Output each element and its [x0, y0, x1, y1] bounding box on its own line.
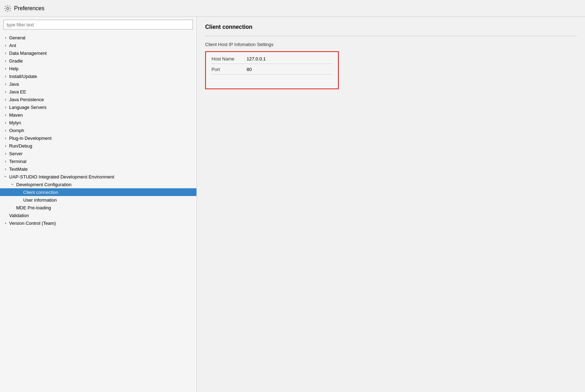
tree-container[interactable]: › General › Ant › Data Management › Grad…: [0, 32, 196, 392]
sidebar-item-run-debug[interactable]: › Run/Debug: [0, 142, 196, 150]
sidebar-item-dev-config[interactable]: › Development Configuration: [0, 181, 196, 188]
sidebar-item-validation[interactable]: Validation: [0, 211, 196, 219]
port-label: Port: [212, 67, 247, 72]
sidebar-item-language-servers[interactable]: › Language Servers: [0, 103, 196, 111]
spacer-icon: [10, 205, 15, 210]
sidebar-item-label: Server: [8, 151, 196, 156]
sidebar-item-label: Ant: [8, 43, 196, 48]
sidebar: › General › Ant › Data Management › Grad…: [0, 17, 197, 392]
chevron-icon: ›: [3, 89, 8, 94]
sidebar-item-label: Mylyn: [8, 120, 196, 125]
sidebar-item-label: Validation: [8, 213, 196, 218]
sidebar-item-mde-preloading[interactable]: MDE Pre-loading: [0, 204, 196, 211]
chevron-icon: ›: [3, 97, 8, 102]
gear-icon: [4, 5, 11, 12]
sidebar-item-uap-studio[interactable]: › UAP-STUDIO Integrated Development Envi…: [0, 173, 196, 181]
chevron-down-icon: ›: [3, 174, 8, 179]
sidebar-item-textmate[interactable]: › TextMate: [0, 165, 196, 173]
sidebar-item-label: Development Configuration: [15, 182, 196, 187]
sidebar-item-data-management[interactable]: › Data Management: [0, 49, 196, 57]
port-value: 80: [247, 67, 332, 72]
chevron-icon: ›: [3, 58, 8, 64]
sidebar-item-java-ee[interactable]: › Java EE: [0, 88, 196, 96]
sidebar-item-server[interactable]: › Server: [0, 150, 196, 157]
sidebar-item-label: Java EE: [8, 89, 196, 94]
sidebar-item-user-information[interactable]: User information: [0, 196, 196, 204]
sidebar-item-version-control[interactable]: › Version Control (Team): [0, 219, 196, 227]
sidebar-item-label: Java: [8, 81, 196, 87]
sidebar-item-help[interactable]: › Help: [0, 65, 196, 72]
chevron-icon: ›: [3, 158, 8, 164]
sidebar-item-maven[interactable]: › Maven: [0, 111, 196, 119]
sidebar-item-ant[interactable]: › Ant: [0, 41, 196, 49]
title-bar: Preferences: [0, 0, 585, 17]
form-box: Host Name 127.0.0.1 Port 80: [205, 51, 339, 89]
sidebar-item-plugin-development[interactable]: › Plug-in Development: [0, 134, 196, 142]
sidebar-item-label: MDE Pre-loading: [15, 205, 196, 210]
panel-separator: [205, 36, 577, 36]
chevron-icon: ›: [3, 104, 8, 110]
chevron-icon: ›: [3, 73, 8, 79]
sidebar-item-label: UAP-STUDIO Integrated Development Enviro…: [8, 174, 196, 179]
sidebar-item-label: Gradle: [8, 58, 196, 64]
host-name-row: Host Name 127.0.0.1: [212, 56, 332, 64]
port-row: Port 80: [212, 67, 332, 74]
sidebar-item-install-update[interactable]: › Install/Update: [0, 72, 196, 80]
preferences-window: Preferences › General › Ant › Data: [0, 0, 585, 392]
sidebar-item-label: Run/Debug: [8, 143, 196, 149]
chevron-icon: ›: [3, 66, 8, 71]
sidebar-item-label: Version Control (Team): [8, 221, 196, 226]
svg-point-0: [7, 7, 9, 9]
chevron-icon: ›: [3, 143, 8, 149]
sidebar-item-label: General: [8, 35, 196, 40]
sidebar-item-label: Client connection: [22, 190, 196, 195]
sidebar-item-label: Maven: [8, 112, 196, 118]
chevron-icon: ›: [3, 35, 8, 40]
sidebar-item-label: Oomph: [8, 128, 196, 133]
chevron-icon: ›: [3, 120, 8, 125]
chevron-icon: ›: [3, 151, 8, 156]
chevron-icon: ›: [3, 43, 8, 48]
form-spacer: [212, 77, 332, 84]
sidebar-item-label: Data Management: [8, 51, 196, 56]
sidebar-item-oomph[interactable]: › Oomph: [0, 126, 196, 134]
chevron-icon: ›: [3, 135, 8, 141]
spacer-icon: [17, 197, 22, 203]
sidebar-item-label: Plug-in Development: [8, 136, 196, 141]
main-content: › General › Ant › Data Management › Grad…: [0, 17, 585, 392]
right-panel: Client connection Client Host IP Infomat…: [197, 17, 585, 392]
sidebar-item-label: Language Servers: [8, 105, 196, 110]
sidebar-item-terminal[interactable]: › Terminal: [0, 157, 196, 165]
sidebar-item-label: TextMate: [8, 166, 196, 172]
chevron-icon: ›: [3, 220, 8, 226]
chevron-icon: ›: [3, 166, 8, 172]
sidebar-item-label: User information: [22, 197, 196, 203]
chevron-down-icon: ›: [10, 182, 15, 187]
host-name-value: 127.0.0.1: [247, 56, 332, 61]
panel-title: Client connection: [205, 24, 577, 30]
sidebar-item-client-connection[interactable]: Client connection: [0, 188, 196, 196]
spacer-icon: [17, 189, 22, 195]
section-label: Client Host IP Infomation Settings: [205, 42, 577, 47]
sidebar-item-label: Terminal: [8, 159, 196, 164]
host-name-label: Host Name: [212, 56, 247, 61]
sidebar-item-general[interactable]: › General: [0, 34, 196, 41]
sidebar-item-label: Java Persistence: [8, 97, 196, 102]
sidebar-item-label: Install/Update: [8, 74, 196, 79]
spacer-icon: [3, 213, 8, 218]
sidebar-item-mylyn[interactable]: › Mylyn: [0, 119, 196, 126]
sidebar-item-gradle[interactable]: › Gradle: [0, 57, 196, 65]
chevron-icon: ›: [3, 128, 8, 133]
chevron-icon: ›: [3, 50, 8, 56]
sidebar-item-label: Help: [8, 66, 196, 71]
search-input[interactable]: [4, 20, 193, 30]
chevron-icon: ›: [3, 112, 8, 118]
chevron-icon: ›: [3, 81, 8, 87]
window-title: Preferences: [14, 5, 44, 12]
sidebar-item-java-persistence[interactable]: › Java Persistence: [0, 96, 196, 103]
sidebar-item-java[interactable]: › Java: [0, 80, 196, 88]
